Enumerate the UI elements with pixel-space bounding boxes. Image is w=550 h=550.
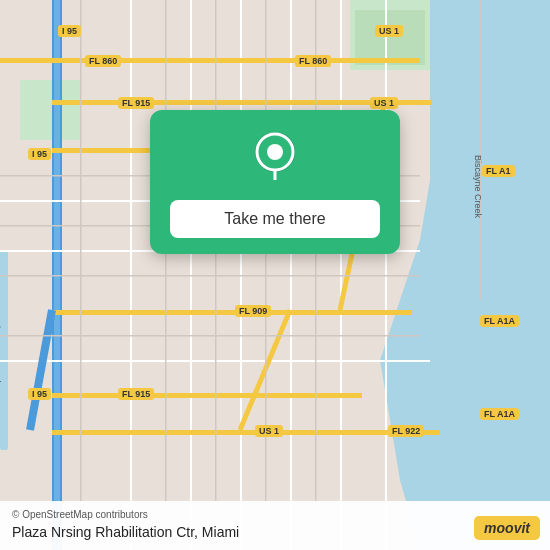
road-label-fl922: FL 922 bbox=[388, 425, 424, 437]
road-label-i95-bot: I 95 bbox=[28, 388, 51, 400]
road-label-fla1a-mid: FL A1A bbox=[480, 315, 519, 327]
road-label-fl909: FL 909 bbox=[235, 305, 271, 317]
road-label-fl915-bot: FL 915 bbox=[118, 388, 154, 400]
road-label-i95-top: I 95 bbox=[58, 25, 81, 37]
card-overlay: Take me there bbox=[150, 110, 400, 254]
svg-rect-33 bbox=[0, 275, 420, 277]
copyright-text: © OpenStreetMap contributors bbox=[12, 509, 538, 520]
location-name: Plaza Nrsing Rhabilitation Ctr, Miami bbox=[12, 524, 538, 540]
road-label-us1-bot: US 1 bbox=[255, 425, 283, 437]
road-label-fl915-upper: FL 915 bbox=[118, 97, 154, 109]
biscayne-canal-label: Biscayne Canal bbox=[0, 320, 2, 383]
road-label-fl860-left: FL 860 bbox=[85, 55, 121, 67]
location-icon-wrap bbox=[251, 130, 299, 190]
moovit-logo: moovit bbox=[474, 516, 540, 540]
svg-rect-34 bbox=[0, 335, 420, 337]
svg-rect-13 bbox=[0, 58, 420, 63]
road-label-us1-upper-right: US 1 bbox=[370, 97, 398, 109]
road-label-fl860-right: FL 860 bbox=[295, 55, 331, 67]
map-container: I 95 FL 860 FL 860 US 1 FL 915 US 1 FL 9… bbox=[0, 0, 550, 550]
location-pin-icon bbox=[251, 130, 299, 186]
road-label-us1-top: US 1 bbox=[375, 25, 403, 37]
road-label-fla1-top: FL A1 bbox=[482, 165, 515, 177]
svg-rect-18 bbox=[52, 310, 412, 315]
road-label-fla1a-bot: FL A1A bbox=[480, 408, 519, 420]
svg-rect-35 bbox=[480, 0, 481, 300]
road-label-i95-mid: I 95 bbox=[28, 148, 51, 160]
svg-rect-3 bbox=[355, 10, 425, 65]
bottom-bar: © OpenStreetMap contributors Plaza Nrsin… bbox=[0, 501, 550, 550]
biscayne-creek-label: Biscayne Creek bbox=[473, 155, 483, 218]
take-me-there-button[interactable]: Take me there bbox=[170, 200, 380, 238]
svg-point-38 bbox=[267, 144, 283, 160]
svg-rect-4 bbox=[20, 80, 80, 140]
